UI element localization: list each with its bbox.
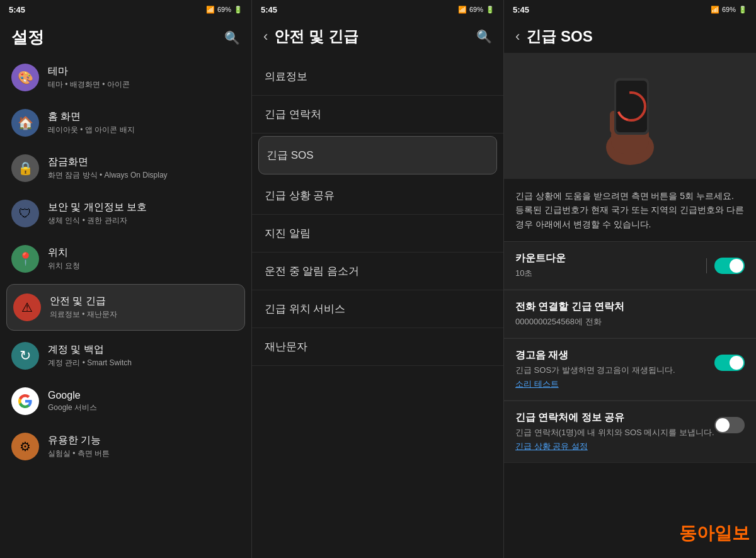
location-subtitle: 위치 요청 xyxy=(48,261,240,271)
menu-emergency-location[interactable]: 긴급 위치 서비스 xyxy=(252,290,503,328)
countdown-subtitle: 10초 xyxy=(515,268,699,279)
safety-text: 안전 및 긴급 의료정보 • 재난문자 xyxy=(50,295,238,320)
theme-subtitle: 테마 • 배경화면 • 아이콘 xyxy=(48,79,240,90)
svg-rect-7 xyxy=(616,81,647,132)
home-subtitle: 레이아웃 • 앱 아이콘 배지 xyxy=(48,125,240,135)
share-info-title: 긴급 연락처에 정보 공유 xyxy=(515,411,714,424)
security-text: 보안 및 개인정보 보호 생체 인식 • 권한 관리자 xyxy=(48,201,240,226)
warning-sound-title: 경고음 재생 xyxy=(515,349,714,362)
advanced-title: 유용한 기능 xyxy=(48,434,240,447)
accounts-subtitle: 계정 관리 • Smart Switch xyxy=(48,358,240,368)
countdown-title: 카운트다운 xyxy=(515,252,699,265)
advanced-icon: ⚙ xyxy=(11,433,39,460)
home-text: 홈 화면 레이아웃 • 앱 아이콘 배지 xyxy=(48,110,240,135)
countdown-toggle[interactable] xyxy=(714,258,745,274)
settings-header: 설정 🔍 xyxy=(0,19,251,55)
sos-detail: 긴급 상황에 도움을 받으려면 측면 버튼을 5회 누르세요. 등록된 긴급번호… xyxy=(504,53,756,558)
sound-test-link[interactable]: 소리 테스트 xyxy=(515,379,559,390)
location-title: 위치 xyxy=(48,246,240,259)
menu-emergency-contacts[interactable]: 긴급 연락처 xyxy=(252,96,503,134)
home-title: 홈 화면 xyxy=(48,110,240,123)
setting-item-safety[interactable]: ⚠ 안전 및 긴급 의료정보 • 재난문자 xyxy=(6,284,245,331)
advanced-text: 유용한 기능 실험실 • 측면 버튼 xyxy=(48,434,240,459)
warning-sound-text: 경고음 재생 긴급 SOS가 발생하면 경고음이 재생됩니다. xyxy=(515,349,714,376)
battery-icon-3: 🔋 xyxy=(738,6,747,14)
share-info-toggle[interactable] xyxy=(714,417,745,433)
warning-sound-subtitle: 긴급 SOS가 발생하면 경고음이 재생됩니다. xyxy=(515,365,714,376)
google-title: Google xyxy=(48,390,240,401)
status-bar-2: 5:45 📶 69% 🔋 xyxy=(252,0,503,19)
search-icon-2[interactable]: 🔍 xyxy=(476,29,492,44)
status-icons-1: 📶 69% 🔋 xyxy=(206,6,243,14)
signal-icon-2: 📶 xyxy=(458,6,467,14)
share-info-row-inner: 긴급 연락처에 정보 공유 긴급 연락처(1명)에 내 위치와 SOS 메시지를… xyxy=(515,411,745,438)
security-title: 보안 및 개인정보 보호 xyxy=(48,201,240,214)
warning-sound-row[interactable]: 경고음 재생 긴급 SOS가 발생하면 경고음이 재생됩니다. 소리 테스트 xyxy=(504,338,756,401)
menu-driving-mute[interactable]: 운전 중 알림 음소거 xyxy=(252,253,503,290)
safety-subtitle: 의료정보 • 재난문자 xyxy=(50,309,238,320)
divider-line xyxy=(706,258,707,273)
status-icons-2: 📶 69% 🔋 xyxy=(458,6,495,14)
security-subtitle: 생체 인식 • 권한 관리자 xyxy=(48,215,240,226)
menu-earthquake[interactable]: 지진 알림 xyxy=(252,215,503,253)
theme-icon: 🎨 xyxy=(11,64,39,91)
battery-icon-2: 🔋 xyxy=(486,6,495,14)
accounts-text: 계정 및 백업 계정 관리 • Smart Switch xyxy=(48,343,240,368)
sos-description-text: 긴급 상황에 도움을 받으려면 측면 버튼을 5회 누르세요. 등록된 긴급번호… xyxy=(515,191,744,229)
google-text: Google Google 서비스 xyxy=(48,390,240,413)
setting-item-google[interactable]: Google Google 서비스 xyxy=(0,379,251,424)
sos-header: ‹ 긴급 SOS xyxy=(504,19,756,53)
panel-sos: 5:45 📶 69% 🔋 ‹ 긴급 SOS xyxy=(504,0,756,558)
share-info-row[interactable]: 긴급 연락처에 정보 공유 긴급 연락처(1명)에 내 위치와 SOS 메시지를… xyxy=(504,401,756,463)
search-icon-1[interactable]: 🔍 xyxy=(224,30,240,45)
panel-settings: 5:45 📶 69% 🔋 설정 🔍 🎨 테마 테마 • 배경화면 • 아이콘 🏠… xyxy=(0,0,252,558)
settings-list: 🎨 테마 테마 • 배경화면 • 아이콘 🏠 홈 화면 레이아웃 • 앱 아이콘… xyxy=(0,55,251,558)
setting-item-security[interactable]: 🛡 보안 및 개인정보 보호 생체 인식 • 권한 관리자 xyxy=(0,191,251,236)
call-contact-row[interactable]: 전화 연결할 긴급 연락처 0000000254568에 전화 xyxy=(504,290,756,338)
countdown-row[interactable]: 카운트다운 10초 xyxy=(504,241,756,290)
lockscreen-subtitle: 화면 잠금 방식 • Always On Display xyxy=(48,170,240,181)
lockscreen-text: 잠금화면 화면 잠금 방식 • Always On Display xyxy=(48,156,240,181)
back-btn-3[interactable]: ‹ xyxy=(515,28,520,45)
safety-title-header: 안전 및 긴급 xyxy=(274,26,358,47)
signal-icon-1: 📶 xyxy=(206,6,215,14)
warning-sound-toggle-knob xyxy=(730,356,743,370)
signal-icon-3: 📶 xyxy=(711,6,719,14)
setting-item-home[interactable]: 🏠 홈 화면 레이아웃 • 앱 아이콘 배지 xyxy=(0,100,251,145)
theme-title: 테마 xyxy=(48,65,240,78)
status-bar-1: 5:45 📶 69% 🔋 xyxy=(0,0,251,19)
safety-menu-list: 의료정보 긴급 연락처 긴급 SOS 긴급 상황 공유 지진 알림 운전 중 알… xyxy=(252,53,503,558)
countdown-toggle-knob xyxy=(730,259,743,273)
setting-item-lockscreen[interactable]: 🔒 잠금화면 화면 잠금 방식 • Always On Display xyxy=(0,145,251,191)
phone-hand-svg xyxy=(592,65,668,166)
menu-medical[interactable]: 의료정보 xyxy=(252,58,503,96)
safety-icon: ⚠ xyxy=(13,293,41,321)
lockscreen-title: 잠금화면 xyxy=(48,156,240,169)
lockscreen-icon: 🔒 xyxy=(11,154,39,182)
location-text: 위치 위치 요청 xyxy=(48,246,240,271)
panel-safety: 5:45 📶 69% 🔋 ‹ 안전 및 긴급 🔍 의료정보 긴급 연락처 긴급 … xyxy=(252,0,504,558)
setting-item-accounts[interactable]: ↻ 계정 및 백업 계정 관리 • Smart Switch xyxy=(0,333,251,379)
setting-item-location[interactable]: 📍 위치 위치 요청 xyxy=(0,236,251,282)
warning-sound-toggle[interactable] xyxy=(714,355,745,371)
google-icon xyxy=(11,387,39,415)
setting-item-advanced[interactable]: ⚙ 유용한 기능 실험실 • 측면 버튼 xyxy=(0,424,251,469)
google-subtitle: Google 서비스 xyxy=(48,402,240,413)
safety-title: 안전 및 긴급 xyxy=(50,295,238,308)
menu-emergency-sos[interactable]: 긴급 SOS xyxy=(258,136,497,174)
emergency-share-link[interactable]: 긴급 상황 공유 설정 xyxy=(515,441,588,452)
battery-level-1: 69% xyxy=(217,6,231,13)
countdown-text: 카운트다운 10초 xyxy=(515,252,699,279)
sos-description: 긴급 상황에 도움을 받으려면 측면 버튼을 5회 누르세요. 등록된 긴급번호… xyxy=(504,179,756,241)
share-info-subtitle: 긴급 연락처(1명)에 내 위치와 SOS 메시지를 보냅니다. xyxy=(515,427,714,438)
back-btn-2[interactable]: ‹ xyxy=(263,28,268,45)
warning-sound-row-inner: 경고음 재생 긴급 SOS가 발생하면 경고음이 재생됩니다. xyxy=(515,349,745,376)
settings-title: 설정 xyxy=(11,26,44,48)
call-contact-title: 전화 연결할 긴급 연락처 xyxy=(515,300,745,314)
advanced-subtitle: 실험실 • 측면 버튼 xyxy=(48,448,240,459)
menu-disaster-message[interactable]: 재난문자 xyxy=(252,328,503,366)
menu-share-situation[interactable]: 긴급 상황 공유 xyxy=(252,177,503,215)
security-icon: 🛡 xyxy=(11,200,39,227)
setting-item-theme[interactable]: 🎨 테마 테마 • 배경화면 • 아이콘 xyxy=(0,55,251,100)
time-2: 5:45 xyxy=(261,5,277,14)
